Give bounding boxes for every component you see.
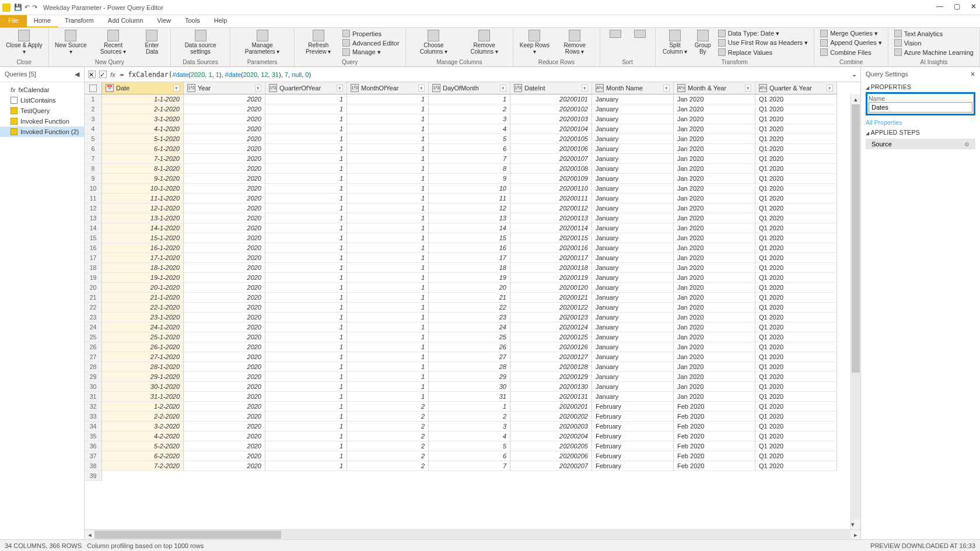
cell[interactable]: 21-1-2020 bbox=[102, 293, 184, 303]
cell[interactable]: Jan 2020 bbox=[674, 213, 755, 223]
cell[interactable]: 2020 bbox=[184, 164, 265, 174]
tab-help[interactable]: Help bbox=[207, 15, 235, 27]
row-number[interactable]: 29 bbox=[85, 372, 102, 382]
cell[interactable]: 1-1-2020 bbox=[102, 94, 184, 104]
cell[interactable]: 1 bbox=[265, 124, 347, 134]
cell[interactable]: Jan 2020 bbox=[674, 134, 755, 144]
cell[interactable]: 30-1-2020 bbox=[102, 382, 184, 392]
cell[interactable]: January bbox=[592, 382, 674, 392]
cell[interactable]: 20200104 bbox=[510, 124, 592, 134]
cell[interactable]: 23 bbox=[429, 313, 510, 322]
cell[interactable]: Q1 2020 bbox=[755, 392, 837, 402]
cell[interactable]: Q1 2020 bbox=[755, 213, 837, 223]
cell[interactable]: Jan 2020 bbox=[674, 233, 755, 243]
cell[interactable]: 1 bbox=[347, 114, 429, 124]
cell[interactable]: Q1 2020 bbox=[755, 451, 837, 461]
cell[interactable]: Q1 2020 bbox=[755, 94, 837, 104]
cell[interactable]: February bbox=[592, 441, 674, 451]
cell[interactable]: Q1 2020 bbox=[755, 174, 837, 184]
cell[interactable]: January bbox=[592, 293, 674, 303]
cell[interactable]: 1 bbox=[265, 313, 347, 322]
cell[interactable]: 1 bbox=[347, 352, 429, 362]
row-number[interactable]: 37 bbox=[85, 451, 102, 461]
cell[interactable]: 20200129 bbox=[510, 372, 592, 382]
cell[interactable]: 1 bbox=[265, 392, 347, 402]
ribbon-item[interactable]: Use First Row as Headers ▾ bbox=[716, 38, 810, 47]
cell[interactable]: February bbox=[592, 461, 674, 471]
cell[interactable]: Q1 2020 bbox=[755, 332, 837, 342]
cell[interactable]: Feb 2020 bbox=[674, 431, 755, 441]
cell[interactable]: Jan 2020 bbox=[674, 372, 755, 382]
cell[interactable]: Q1 2020 bbox=[755, 273, 837, 283]
cell[interactable]: 20-1-2020 bbox=[102, 283, 184, 293]
cell[interactable]: 21 bbox=[429, 293, 510, 303]
cell[interactable]: 15-1-2020 bbox=[102, 233, 184, 243]
ribbon-button[interactable]: Split Column ▾ bbox=[659, 29, 691, 57]
cell[interactable]: 2020 bbox=[184, 412, 265, 422]
row-number[interactable]: 32 bbox=[85, 402, 102, 412]
cell[interactable]: 20200106 bbox=[510, 144, 592, 154]
cell[interactable]: 6 bbox=[429, 144, 510, 154]
applied-steps-section[interactable]: Applied Steps bbox=[866, 127, 975, 138]
cell[interactable]: January bbox=[592, 184, 674, 194]
cell[interactable]: 20200206 bbox=[510, 451, 592, 461]
cell[interactable]: Q1 2020 bbox=[755, 104, 837, 114]
cell[interactable]: Jan 2020 bbox=[674, 203, 755, 213]
cell[interactable]: Q1 2020 bbox=[755, 422, 837, 431]
cell[interactable]: January bbox=[592, 322, 674, 332]
cell[interactable]: 27 bbox=[429, 352, 510, 362]
cell[interactable]: 1 bbox=[347, 342, 429, 352]
tab-view[interactable]: View bbox=[150, 15, 178, 27]
cell[interactable]: 20200201 bbox=[510, 402, 592, 412]
cell[interactable]: Jan 2020 bbox=[674, 342, 755, 352]
cell[interactable]: 20200102 bbox=[510, 104, 592, 114]
cell[interactable]: 20200128 bbox=[510, 362, 592, 372]
cell[interactable]: 20 bbox=[429, 283, 510, 293]
cell[interactable]: January bbox=[592, 174, 674, 184]
cell[interactable]: 2020 bbox=[184, 203, 265, 213]
cell[interactable]: Q1 2020 bbox=[755, 352, 837, 362]
cell[interactable]: January bbox=[592, 263, 674, 273]
minimize-button[interactable]: — bbox=[936, 2, 943, 10]
cell[interactable]: 1 bbox=[265, 114, 347, 124]
cell[interactable]: 1 bbox=[347, 194, 429, 203]
cell[interactable]: 20200124 bbox=[510, 322, 592, 332]
cell[interactable]: 4 bbox=[429, 124, 510, 134]
cell[interactable]: February bbox=[592, 402, 674, 412]
column-header[interactable]: 📅Date▾ bbox=[102, 82, 184, 94]
row-number[interactable]: 34 bbox=[85, 422, 102, 431]
cell[interactable]: Jan 2020 bbox=[674, 263, 755, 273]
cell[interactable]: Q1 2020 bbox=[755, 402, 837, 412]
cell[interactable]: 20200202 bbox=[510, 412, 592, 422]
cell[interactable]: Feb 2020 bbox=[674, 422, 755, 431]
row-number[interactable]: 28 bbox=[85, 362, 102, 372]
row-number[interactable]: 15 bbox=[85, 233, 102, 243]
ribbon-item[interactable]: Advanced Editor bbox=[340, 38, 402, 47]
cell[interactable]: 1 bbox=[347, 213, 429, 223]
cell[interactable]: January bbox=[592, 233, 674, 243]
cell[interactable]: 18 bbox=[429, 263, 510, 273]
column-header[interactable]: 1²3Year▾ bbox=[184, 82, 265, 94]
horizontal-scrollbar[interactable]: ◂ ▸ bbox=[85, 529, 860, 539]
cell[interactable]: Q1 2020 bbox=[755, 322, 837, 332]
cell[interactable]: 1 bbox=[265, 441, 347, 451]
row-number[interactable]: 2 bbox=[85, 104, 102, 114]
tab-tools[interactable]: Tools bbox=[178, 15, 207, 27]
cell[interactable]: 1 bbox=[347, 164, 429, 174]
cell[interactable]: 16 bbox=[429, 243, 510, 253]
cell[interactable]: February bbox=[592, 451, 674, 461]
cell[interactable]: 1 bbox=[347, 203, 429, 213]
cell[interactable]: February bbox=[592, 412, 674, 422]
cell[interactable]: 2 bbox=[347, 422, 429, 431]
cell[interactable]: 17 bbox=[429, 253, 510, 263]
cell[interactable]: 2020 bbox=[184, 174, 265, 184]
cell[interactable]: January bbox=[592, 144, 674, 154]
cell[interactable]: 29-1-2020 bbox=[102, 372, 184, 382]
cell[interactable]: 20200123 bbox=[510, 313, 592, 322]
cell[interactable]: 12 bbox=[429, 203, 510, 213]
query-item[interactable]: ListContains bbox=[0, 95, 84, 106]
fx-icon[interactable]: fx bbox=[110, 71, 116, 78]
cell[interactable]: 1 bbox=[265, 273, 347, 283]
cell[interactable]: January bbox=[592, 303, 674, 313]
formula-input[interactable]: = fxCalendar(#date(2020, 1, 1), #date(20… bbox=[119, 69, 848, 80]
